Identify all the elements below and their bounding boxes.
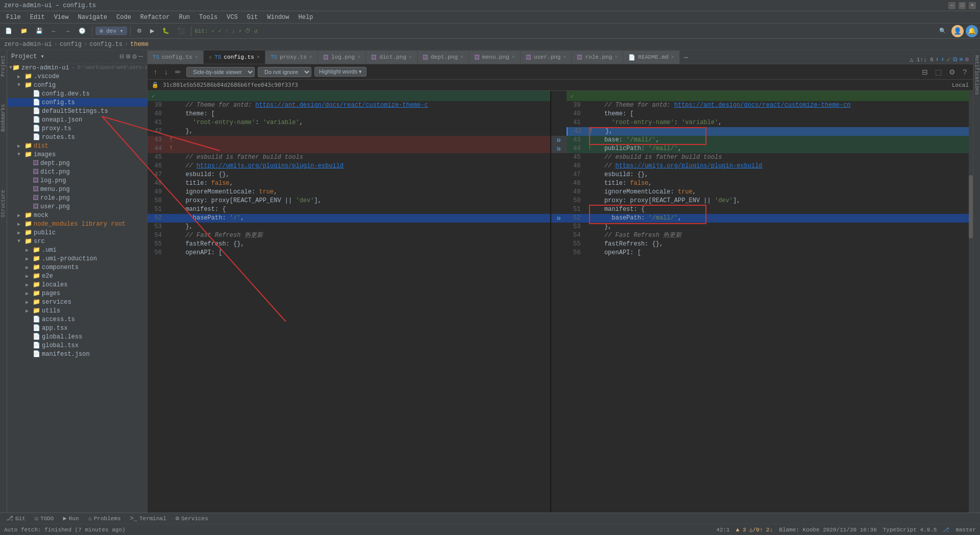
tree-global-less[interactable]: ▶ 📄 global.less <box>7 332 147 341</box>
tree-user-png[interactable]: ▶ 🖼 user.png <box>7 202 147 211</box>
diff-help-button[interactable]: ? <box>961 67 969 77</box>
tree-dist[interactable]: ▶ 📁 dist <box>7 141 147 150</box>
tab-close-9[interactable]: × <box>615 55 618 60</box>
minimize-button[interactable]: – <box>948 2 955 9</box>
structure-tab[interactable]: Structure <box>0 187 7 221</box>
stop-button[interactable]: ⬛ <box>175 27 188 35</box>
tree-locales[interactable]: ▶ 📁 locales <box>7 280 147 289</box>
diff-down-button[interactable]: ↓ <box>162 67 170 77</box>
bc-project[interactable]: zero-admin-ui <box>4 41 52 48</box>
run-config-button[interactable]: ⚙ <box>134 27 145 35</box>
tab-close-4[interactable]: × <box>357 55 360 60</box>
left-pane-content[interactable]: 39 // Theme for antd: https://ant.design… <box>148 101 550 513</box>
menu-vcs[interactable]: VCS <box>223 13 242 22</box>
tab-close-5[interactable]: × <box>409 55 412 60</box>
diff-prev-btn[interactable]: ⬇ <box>941 56 944 63</box>
menu-file[interactable]: File <box>2 13 25 22</box>
diff-apply-btn[interactable]: ✓ <box>946 55 950 64</box>
tree-default-settings[interactable]: ▶ 📄 defaultSettings.ts <box>7 107 147 115</box>
diff-ignore-select[interactable]: Do not ignore <box>258 67 311 77</box>
tree-proxy[interactable]: ▶ 📄 proxy.ts <box>7 124 147 133</box>
window-controls[interactable]: – □ × <box>948 2 976 9</box>
tree-pages[interactable]: ▶ 📁 pages <box>7 289 147 298</box>
debug-button[interactable]: 🐛 <box>159 27 173 35</box>
diff-merge-btn[interactable]: ⊕ <box>960 56 963 63</box>
terminal-tab[interactable]: >_ Terminal <box>126 514 170 523</box>
diff-expand-arrow2[interactable]: » <box>551 144 567 153</box>
diff-expand-arrow[interactable]: » <box>551 136 567 144</box>
tree-config-ts[interactable]: ▶ 📄 config.ts <box>7 98 147 107</box>
diff-mode-select[interactable]: Side-by-side viewer <box>186 67 255 77</box>
tree-config-folder[interactable]: ▼ 📁 config <box>7 81 147 89</box>
tree-log-png[interactable]: ▶ 🖼 log.png <box>7 176 147 185</box>
diff-settings-btn[interactable]: ⚙ <box>965 56 969 63</box>
recent-button[interactable]: 🕒 <box>76 27 89 35</box>
tab-close-10[interactable]: × <box>671 55 674 60</box>
tree-umi-prod[interactable]: ▶ 📁 .umi-production <box>7 254 147 263</box>
tab-config-ts-1[interactable]: TS config.ts × <box>148 51 204 64</box>
tab-close-8[interactable]: × <box>563 55 566 60</box>
git-tab[interactable]: ⎇ Git <box>2 514 30 523</box>
expand-all-button[interactable]: ⊞ <box>126 52 130 61</box>
save-button[interactable]: 💾 <box>33 27 46 35</box>
tree-routes[interactable]: ▶ 📄 routes.ts <box>7 133 147 141</box>
tab-readme[interactable]: 📄 README.md × <box>623 51 679 64</box>
menu-edit[interactable]: Edit <box>26 13 49 22</box>
tree-role-png[interactable]: ▶ 🖼 role.png <box>7 193 147 202</box>
tree-images[interactable]: ▼ 📁 images <box>7 150 147 159</box>
right-pane-content[interactable]: 39 // Theme for antd: https://ant.design… <box>567 101 969 513</box>
notifications-tab[interactable]: Notifications <box>973 52 980 98</box>
tree-components[interactable]: ▶ 📁 components <box>7 263 147 272</box>
tree-dict-png[interactable]: ▶ 🖼 dict.png <box>7 167 147 176</box>
tab-dict-png[interactable]: 🖼 dict.png × <box>366 51 418 64</box>
side-by-side-button[interactable]: ⬚ <box>933 67 944 77</box>
diff-highlight-button[interactable]: Highlight words ▾ <box>314 67 366 77</box>
search-button[interactable]: 🔍 <box>936 27 949 35</box>
tab-log-png[interactable]: 🖼 log.png × <box>318 51 366 64</box>
tree-umi[interactable]: ▶ 📁 .umi <box>7 246 147 254</box>
user-avatar[interactable]: 👤 <box>951 25 964 37</box>
tree-config-dev[interactable]: ▶ 📄 config.dev.ts <box>7 89 147 98</box>
tree-src[interactable]: ▼ 📁 src <box>7 237 147 246</box>
tree-node-modules[interactable]: ▶ 📁 node_modules library root <box>7 220 147 228</box>
menu-help[interactable]: Help <box>295 13 317 22</box>
tab-close-2[interactable]: × <box>257 55 260 60</box>
menu-view[interactable]: View <box>50 13 73 22</box>
back-button[interactable]: ← <box>48 27 60 35</box>
tab-close-1[interactable]: × <box>195 55 198 60</box>
tree-utils[interactable]: ▶ 📁 utils <box>7 306 147 315</box>
diff-copy-btn[interactable]: ⧉ <box>953 56 958 63</box>
todo-tab[interactable]: ☑ TODO <box>31 514 58 523</box>
run-button[interactable]: ▶ <box>147 27 157 35</box>
tab-close-3[interactable]: × <box>309 55 312 60</box>
close-tree-button[interactable]: — <box>139 52 143 61</box>
tab-role-png[interactable]: 🖼 role.png × <box>572 51 623 64</box>
services-tab[interactable]: ⚙ Services <box>172 514 212 523</box>
settings-button[interactable]: ⚙ <box>132 52 136 61</box>
tree-root[interactable]: ▼ 📁 zero-admin-ui – D:\workspace\web\zer… <box>7 63 147 72</box>
menu-git[interactable]: Git <box>243 13 262 22</box>
menu-window[interactable]: Window <box>263 13 293 22</box>
forward-button[interactable]: → <box>62 27 74 35</box>
run-tab[interactable]: ▶ Run <box>59 514 83 523</box>
bc-file[interactable]: config.ts <box>89 41 122 48</box>
tree-dept-png[interactable]: ▶ 🖼 dept.png <box>7 159 147 167</box>
tab-overflow-button[interactable]: ⋯ <box>680 51 692 64</box>
collapse-diff-button[interactable]: ⊟ <box>920 67 930 77</box>
tab-close-6[interactable]: × <box>460 55 463 60</box>
tree-oneapi[interactable]: ▶ 📄 oneapi.json <box>7 115 147 124</box>
collapse-all-button[interactable]: ⊟ <box>119 52 124 61</box>
open-button[interactable]: 📁 <box>17 27 31 35</box>
tree-mock[interactable]: ▶ 📁 mock <box>7 211 147 220</box>
menu-tools[interactable]: Tools <box>195 13 222 22</box>
menu-refactor[interactable]: Refactor <box>136 13 174 22</box>
menu-run[interactable]: Run <box>175 13 194 22</box>
tab-dept-png[interactable]: 🖼 dept.png × <box>418 51 469 64</box>
notifications-button[interactable]: 🔔 <box>966 25 978 37</box>
tab-close-7[interactable]: × <box>512 55 515 60</box>
git-branch[interactable]: ⚙ dev ▾ <box>95 27 127 35</box>
tab-config-ts-2[interactable]: ⚡ TS config.ts × <box>204 51 265 64</box>
problems-tab[interactable]: ⚠ Problems <box>84 514 125 523</box>
scrollbar-thumb[interactable] <box>969 175 973 238</box>
tab-menu-png[interactable]: 🖼 menu.png × <box>469 51 521 64</box>
